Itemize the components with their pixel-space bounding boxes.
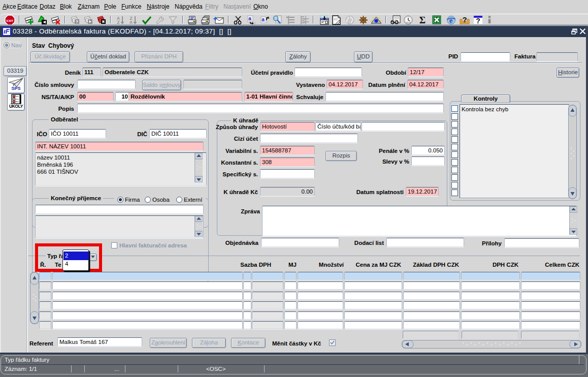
svg-text:a: a [262, 17, 265, 22]
svg-text:a: a [248, 16, 251, 21]
svg-text:A: A [129, 20, 133, 25]
svg-text:EXIT: EXIT [7, 19, 14, 22]
svg-text:a: a [253, 20, 256, 25]
svg-text:13:14: 13:14 [406, 21, 411, 24]
svg-text:a: a [267, 20, 269, 25]
svg-text:Z: Z [117, 20, 119, 25]
svg-text:?: ? [476, 17, 480, 25]
svg-text:?: ? [76, 19, 79, 24]
svg-text:?: ? [462, 15, 467, 24]
svg-text:Σ: Σ [419, 15, 426, 25]
svg-text:e: e [449, 17, 452, 24]
